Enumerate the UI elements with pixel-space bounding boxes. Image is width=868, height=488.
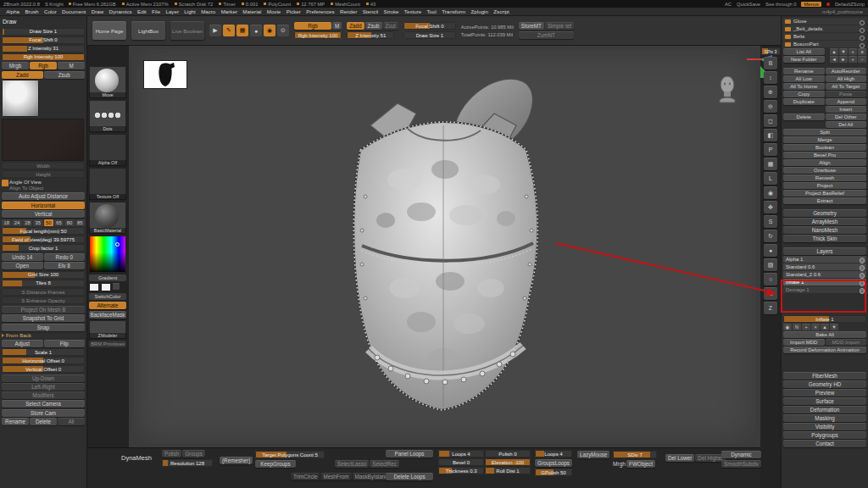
menu-item[interactable]: Zscript [491, 8, 512, 14]
draw-size-slider[interactable]: Draw Size 1 [403, 31, 456, 39]
menu-item[interactable]: Light [181, 8, 198, 14]
palette-section[interactable]: Thick Skin [783, 235, 866, 242]
menu-item[interactable]: Material [240, 8, 264, 14]
rotate-view-icon[interactable]: ↻ [764, 230, 777, 242]
axis-button[interactable]: Left-Right [2, 383, 85, 391]
horizontal-button[interactable]: Horizontal [2, 202, 85, 209]
delete-loops-button[interactable]: Delete Loops [386, 473, 433, 480]
adjust-button[interactable]: Adjust [2, 340, 43, 347]
angle-of-view-label[interactable]: Angle Of View [9, 180, 42, 185]
local-transform-icon[interactable]: L [764, 172, 777, 185]
undo-button[interactable]: Undo 14 [2, 253, 43, 261]
next-icon[interactable]: ► [839, 56, 848, 63]
angle-of-view-icon[interactable] [2, 180, 8, 186]
draw-pen-icon[interactable]: ✎ [223, 25, 235, 36]
store-cam-button[interactable]: Store Cam [2, 409, 85, 417]
palette-section[interactable]: Polygroups [783, 431, 866, 439]
new-layer-icon[interactable]: + [802, 324, 810, 330]
alt-color-swatch[interactable] [101, 283, 111, 291]
mesh-action-button[interactable]: MeshFrom [320, 473, 351, 480]
from-back-section-header[interactable]: From Back [2, 332, 85, 338]
subtool-button[interactable]: All To Target [826, 83, 867, 90]
menu-item[interactable]: Layer [163, 8, 181, 14]
menu-item[interactable]: Transform [439, 8, 468, 14]
palette-section[interactable]: ArrayMesh [783, 218, 866, 225]
menu-item[interactable]: Preferences [303, 8, 337, 14]
palette-section[interactable]: Geometry [783, 209, 866, 217]
subtool-button[interactable]: Del All [826, 121, 867, 128]
add-icon[interactable]: + [849, 48, 857, 55]
loops-slider[interactable]: Loops 4 [535, 450, 572, 458]
fwobject-button[interactable]: FWObject [626, 460, 655, 468]
down-icon[interactable]: ▼ [839, 48, 848, 55]
storemt-button[interactable]: StoreMT [519, 22, 544, 30]
zcut-button[interactable]: Zcut [383, 22, 398, 30]
aa-half-icon[interactable]: ◧ [764, 129, 777, 141]
zsub-button[interactable]: Zsub [365, 22, 382, 30]
mdd-import-button[interactable]: MDD Import [826, 339, 867, 346]
see-through-slider[interactable]: See through 0 [765, 2, 796, 7]
menu-item[interactable]: Zplugin [468, 8, 491, 14]
spix-slider[interactable]: SPix 3 [761, 47, 781, 55]
subtool-button[interactable]: All To Home [783, 83, 825, 90]
scroll-canvas-icon[interactable]: ↕ [764, 71, 777, 84]
tool-section-button[interactable]: Boolean [783, 144, 866, 151]
quicksave-button[interactable]: QuickSave [737, 2, 760, 7]
palette-section[interactable]: Masking [783, 414, 866, 422]
grid-slider[interactable]: Grid Size 100 [2, 271, 85, 279]
sdiv-slider[interactable]: SDiv 7 [613, 451, 657, 458]
menu-item[interactable]: Tool [424, 8, 439, 14]
select-camera-button[interactable]: Select Camera [2, 400, 85, 408]
palette-section[interactable]: Preview [783, 389, 866, 396]
bake-all-button[interactable]: Bake All [783, 331, 866, 338]
grid-file-button[interactable]: Open [2, 262, 43, 269]
transparency-icon[interactable]: ▨ [764, 258, 777, 271]
subtool-button[interactable]: AutoReorder [826, 68, 867, 75]
new-folder-button[interactable]: New Folder [783, 56, 825, 63]
subtool-button[interactable]: Delete [783, 114, 825, 120]
actual-size-icon[interactable]: ◻ [764, 114, 777, 127]
grid-slider[interactable]: Tiles 8 [2, 280, 85, 287]
remesher-button[interactable]: (Remesher) [220, 457, 253, 464]
primitives-button[interactable]: BRM Primitives [89, 341, 126, 347]
mesh-action-button[interactable]: MaskByIsland [353, 473, 391, 480]
lens-slider[interactable]: Focal length(mm) 50 [2, 227, 85, 235]
tool-section-button[interactable]: Bevel Pro [783, 152, 866, 158]
palette-section[interactable]: Surface [783, 397, 866, 405]
subtool-folder[interactable]: Belts [783, 33, 866, 40]
grid-dim-slider[interactable]: S Distance Frames [2, 288, 85, 296]
ac-button[interactable]: AC [725, 2, 732, 7]
layer-up-icon[interactable]: ▲ [821, 324, 829, 330]
align-to-object-label[interactable]: Align To Object [9, 186, 43, 191]
scale-view-icon[interactable]: S [764, 215, 777, 228]
gradient-button[interactable]: Gradient [89, 274, 126, 281]
collapse-icon[interactable]: − [858, 56, 866, 63]
frame-mesh-icon[interactable]: ◉ [764, 186, 777, 199]
subtool-folder[interactable]: _Belt_details [783, 25, 866, 32]
texture-thumbnail[interactable]: Texture Off [89, 168, 126, 200]
lightbox-button[interactable]: LightBox [131, 21, 165, 40]
viewport[interactable] [129, 46, 760, 447]
loop-slider[interactable]: Elevation -100 [485, 458, 531, 466]
camera-action-button[interactable]: Rename [2, 418, 29, 425]
loop-slider[interactable]: Thickness 0.3 [438, 467, 484, 474]
tray-dim-slider[interactable]: Width [2, 162, 85, 169]
import-mdd-button[interactable]: Import MDD [783, 339, 825, 346]
layer-down-icon[interactable]: ▼ [830, 324, 838, 330]
resolution-slider[interactable]: Resolution 128 [162, 459, 213, 467]
palette-section[interactable]: Deformation [783, 406, 866, 413]
rename-layer-icon[interactable]: N [793, 324, 801, 330]
record-deformation-button[interactable]: Record Deformation Animation [783, 347, 866, 353]
layer-row[interactable]: Alpha 1 [783, 256, 866, 263]
color-mode-button[interactable]: M [58, 62, 85, 69]
alpha-thumbnail[interactable]: Alpha Off [89, 134, 126, 166]
live-boolean-button[interactable]: Live Boolean [170, 21, 204, 40]
palette-section[interactable]: Contact [783, 440, 866, 447]
alternate-button[interactable]: Alternate [89, 302, 126, 309]
menu-item[interactable]: Brush [22, 8, 42, 14]
focal-preset[interactable]: 50 [44, 219, 53, 226]
dynamesh-label[interactable]: DynaMesh [121, 454, 152, 462]
focal-preset[interactable]: 18 [2, 219, 11, 226]
prev-icon[interactable]: ◄ [830, 56, 838, 63]
subtool-button[interactable]: Copy [783, 91, 825, 97]
